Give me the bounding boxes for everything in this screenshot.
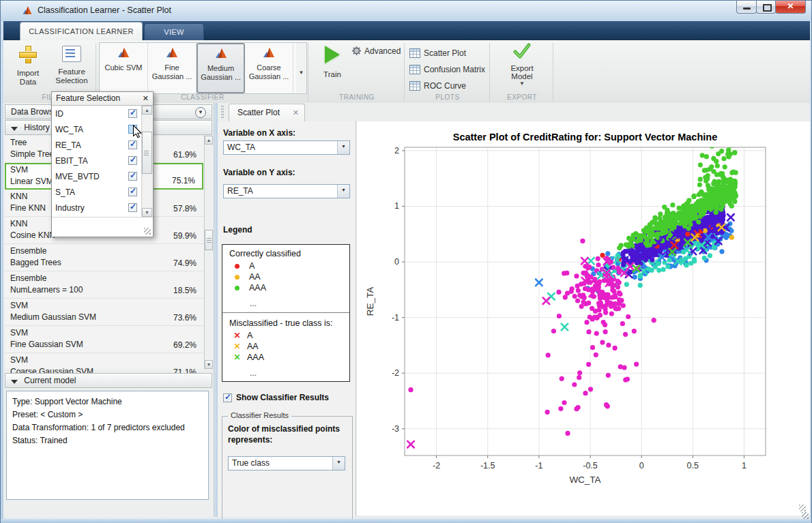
feature-checkbox-row[interactable]: Industry [52, 200, 141, 215]
plot-type-label: ROC Curve [424, 81, 466, 91]
y-axis-value: RE_TA [227, 186, 253, 196]
svg-text:-2: -2 [392, 368, 399, 378]
classifier-preset-label: Coarse Gaussian ... [245, 63, 293, 80]
feature-name: S_TA [55, 188, 128, 197]
feature-selection-popup: Feature Selection ✕ ID WC_TA RE_TA EBIT_… [51, 91, 154, 237]
chevron-down-icon: ▼ [337, 185, 349, 198]
import-data-button[interactable]: ImportData [8, 43, 48, 92]
collapse-section-icon [11, 127, 18, 131]
plot-type-button[interactable]: Confusion Matrix [409, 62, 487, 77]
class-label: A [249, 261, 255, 271]
scroll-up-icon[interactable]: ▲ [205, 136, 213, 145]
chevron-down-icon: ▼ [500, 80, 544, 87]
resize-grip[interactable] [144, 228, 151, 235]
checkbox-icon[interactable] [223, 393, 232, 402]
legend: Correctly classified A AA AAA ... Miscla… [222, 244, 350, 382]
feature-checkbox-row[interactable]: RE_TA [52, 137, 141, 153]
window-resize-grip[interactable] [802, 512, 809, 519]
tab-classification-learner[interactable]: CLASSIFICATION LEARNER [20, 22, 143, 40]
plot-type-button[interactable]: Scatter Plot [409, 46, 487, 61]
svg-text:1: 1 [742, 461, 746, 470]
play-icon [325, 46, 340, 63]
close-button[interactable]: ✕ [775, 1, 806, 14]
classifier-preset[interactable]: Coarse Gaussian ... [245, 43, 293, 93]
scroll-up-icon[interactable]: ▲ [142, 106, 152, 115]
maximize-button[interactable] [756, 1, 776, 14]
feature-checkbox[interactable] [128, 188, 137, 196]
history-row[interactable]: Ensemble NumLearners = 100 18.5% [5, 271, 203, 299]
ribbon-tab-strip: CLASSIFICATION LEARNER VIEW ↗ CCC C CLC … [3, 21, 810, 40]
resize-grip[interactable] [799, 505, 806, 511]
misclassified-color-select[interactable]: True class ▼ [228, 456, 345, 470]
feature-list-icon [62, 46, 81, 62]
model-name: Medium Gaussian SVM [10, 312, 198, 323]
current-model-title: Current model [24, 376, 76, 385]
title-bar[interactable]: Classification Learner - Scatter Plot ✕ [1, 1, 811, 21]
feature-checkbox-row[interactable]: MVE_BVTD [52, 168, 141, 184]
classifier-preset[interactable]: Cubic SVM [100, 43, 148, 93]
history-row[interactable]: Ensemble Bagged Trees 74.9% [5, 244, 203, 271]
feature-checkbox-row[interactable]: EBIT_TA [52, 153, 141, 168]
popup-scrollbar[interactable]: ▲ ▼ [141, 106, 153, 217]
current-model-line: Status: Trained [12, 434, 203, 447]
panel-menu-button[interactable]: ▼ [195, 107, 206, 118]
gallery-dropdown-button[interactable]: ▼ [296, 42, 307, 94]
model-accuracy: 73.6% [173, 313, 197, 323]
svg-text:0.5: 0.5 [687, 461, 699, 470]
history-scrollbar[interactable]: ▲ ▼ [204, 136, 214, 369]
window-bottom-edge [1, 519, 811, 523]
application-window: Classification Learner - Scatter Plot ✕ … [0, 0, 812, 523]
y-axis-select[interactable]: RE_TA ▼ [223, 184, 350, 198]
legend-item: AA [229, 271, 349, 282]
feature-selection-button[interactable]: FeatureSelection [51, 43, 92, 92]
plot-type-button[interactable]: ROC Curve [409, 78, 487, 93]
close-tab-icon[interactable]: ✕ [293, 104, 299, 121]
feature-name: RE_TA [55, 140, 128, 150]
feature-checkbox[interactable] [128, 109, 137, 118]
svg-text:-1: -1 [535, 461, 542, 470]
classifier-preset[interactable]: Fine Gaussian ... [148, 43, 197, 93]
tab-view[interactable]: VIEW [144, 23, 204, 40]
advanced-label: Advanced [364, 46, 401, 56]
history-row[interactable]: SVM Fine Gaussian SVM 69.2% [5, 326, 203, 353]
feature-checkbox[interactable] [128, 140, 137, 149]
feature-checkbox-row[interactable]: S_TA [52, 184, 141, 200]
minimize-button[interactable] [736, 1, 757, 14]
popup-title: Feature Selection [56, 93, 120, 103]
advanced-button[interactable]: Advanced [351, 46, 401, 56]
model-name: NumLearners = 100 [10, 284, 198, 296]
tab-scatter-plot[interactable]: Scatter Plot ✕ [229, 104, 305, 121]
current-model-line: Preset: < Custom > [12, 408, 203, 421]
close-icon[interactable]: ✕ [143, 92, 149, 105]
train-label: Train [315, 70, 350, 78]
scroll-down-icon[interactable]: ▼ [205, 360, 213, 369]
svg-text:-0.5: -0.5 [583, 461, 598, 470]
history-row[interactable]: SVM Medium Gaussian SVM 73.6% [5, 299, 203, 326]
feature-checkbox[interactable] [128, 156, 137, 165]
checkmark-icon [513, 43, 531, 59]
y-axis-caption: Variable on Y axis: [223, 168, 295, 177]
svg-text:-3: -3 [392, 424, 399, 434]
x-axis-select[interactable]: WC_TA ▼ [223, 140, 350, 155]
popup-title-bar[interactable]: Feature Selection ✕ [52, 92, 153, 106]
drag-handle[interactable] [221, 106, 224, 119]
scrollbar-thumb[interactable] [205, 230, 213, 250]
classifier-gallery: Cubic SVM Fine Gaussian ... Medium Gauss… [99, 42, 297, 94]
scatter-plot-figure[interactable]: -2-1.5-1-0.500.51210-1-2-3Scatter Plot o… [357, 121, 810, 515]
feature-checkbox[interactable] [128, 172, 137, 181]
feature-checkbox[interactable] [128, 203, 137, 212]
svg-text:-1.5: -1.5 [480, 461, 495, 470]
popup-footer [52, 217, 153, 237]
show-classifier-results-checkbox[interactable]: Show Classifier Results [223, 393, 329, 402]
feature-checkbox-row[interactable]: WC_TA [52, 121, 141, 137]
current-model-header[interactable]: Current model [5, 373, 212, 388]
export-model-button[interactable]: Export Model ▼ [500, 43, 544, 95]
scatter-plot-controls: Variable on X axis: WC_TA ▼ Variable on … [218, 121, 356, 517]
chevron-down-icon: ▼ [299, 70, 304, 76]
scroll-down-icon[interactable]: ▼ [142, 208, 152, 217]
classifier-preset[interactable]: Medium Gaussian ... [197, 43, 245, 93]
chevron-down-icon: ▼ [332, 457, 345, 470]
train-button[interactable]: Train [315, 43, 350, 92]
feature-checkbox-row[interactable]: ID [52, 106, 141, 121]
svg-text:RE_TA: RE_TA [365, 287, 375, 316]
